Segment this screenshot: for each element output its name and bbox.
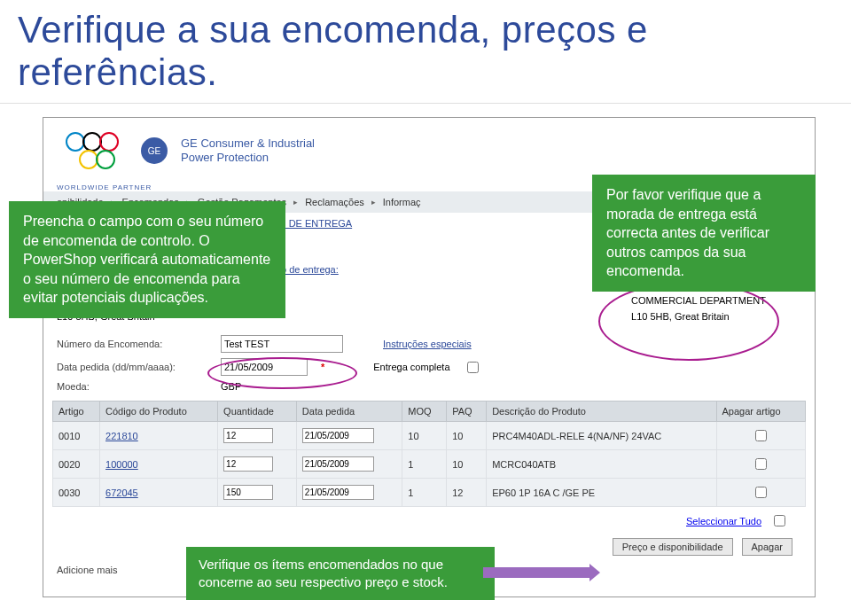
table-row: 00102218101010PRC4M40ADL-RELE 4(NA/NF) 2… [53, 422, 806, 450]
requested-date-label: Data pedida (dd/mm/aaaa): [57, 362, 207, 372]
cell-desc: PRC4M40ADL-RELE 4(NA/NF) 24VAC [487, 422, 716, 450]
col-codigo: Código do Produto [100, 402, 218, 422]
qty-input[interactable] [223, 456, 273, 472]
table-row: 0020100000110MCRC040ATB [53, 450, 806, 479]
olympic-rings-logo [57, 133, 128, 168]
qty-input[interactable] [223, 428, 273, 443]
ge-logo-icon: GE [141, 137, 168, 164]
callout-price-stock: Verifique os ítems encomendados no que c… [186, 547, 495, 601]
product-code-link[interactable]: 221810 [105, 431, 138, 441]
cell-moq: 1 [402, 450, 447, 479]
col-artigo: Artigo [53, 402, 100, 422]
table-row: 0030672045112EP60 1P 16A C /GE PE [53, 479, 806, 507]
delivery-complete-label: Entrega completa [373, 362, 449, 372]
select-all-checkbox[interactable] [774, 515, 785, 526]
chevron-right-icon: ▸ [293, 198, 298, 207]
cell-paq: 10 [447, 422, 487, 450]
purple-arrow-icon [483, 567, 589, 578]
highlight-ellipse [598, 282, 779, 361]
chevron-right-icon: ▸ [371, 198, 376, 207]
cell-paq: 10 [447, 450, 487, 479]
cell-desc: EP60 1P 16A C /GE PE [487, 479, 716, 507]
main-area: GE GE Consumer & Industrial Power Protec… [0, 104, 851, 616]
col-desc: Descrição do Produto [487, 402, 716, 422]
order-table-area: Artigo Código do Produto Quantidade Data… [43, 401, 815, 507]
col-paq: PAQ [447, 402, 487, 422]
cell-moq: 1 [402, 479, 447, 507]
col-data: Data pedida [296, 402, 402, 422]
col-qtd: Quantidade [218, 402, 297, 422]
cell-moq: 10 [402, 422, 447, 450]
qty-input[interactable] [223, 485, 273, 500]
price-availability-button[interactable]: Preço e disponibilidade [613, 538, 733, 556]
row-date-input[interactable] [302, 428, 374, 443]
highlight-ellipse [207, 357, 357, 389]
cell-artigo: 0020 [53, 450, 100, 479]
cell-desc: MCRC040ATB [487, 450, 716, 479]
cell-paq: 12 [447, 479, 487, 507]
breadcrumb-item[interactable]: Reclamações [305, 197, 364, 207]
order-table: Artigo Código do Produto Quantidade Data… [52, 401, 806, 507]
product-code-link[interactable]: 672045 [105, 487, 138, 498]
callout-order-reference: Preencha o campo com o seu número de enc… [9, 201, 285, 318]
row-date-input[interactable] [302, 485, 374, 500]
breadcrumb-item[interactable]: Informaç [383, 197, 421, 207]
page-title: Verifique a sua encomenda, preços e refe… [0, 0, 851, 104]
col-moq: MOQ [402, 402, 447, 422]
header-logos: GE GE Consumer & Industrial Power Protec… [43, 118, 815, 183]
delete-row-checkbox[interactable] [755, 430, 767, 441]
row-date-input[interactable] [302, 456, 374, 472]
product-code-link[interactable]: 100000 [105, 459, 138, 470]
delete-row-checkbox[interactable] [755, 487, 767, 498]
brand-text: GE Consumer & Industrial Power Protectio… [181, 136, 315, 164]
delete-button[interactable]: Apagar [742, 538, 792, 556]
special-instructions-link[interactable]: Instruções especiais [383, 339, 472, 349]
select-all-link[interactable]: Seleccionar Tudo [686, 516, 761, 526]
currency-label: Moeda: [57, 381, 207, 392]
delivery-complete-checkbox[interactable] [467, 362, 479, 373]
cell-artigo: 0010 [53, 422, 100, 450]
order-ref-label: Número da Encomenda: [57, 339, 207, 349]
cell-artigo: 0030 [53, 479, 100, 507]
delete-row-checkbox[interactable] [755, 458, 767, 470]
col-apagar: Apagar artigo [716, 402, 805, 422]
order-ref-input[interactable] [221, 335, 343, 353]
callout-delivery-address: Por favor verifique que a morada de entr… [592, 175, 816, 292]
